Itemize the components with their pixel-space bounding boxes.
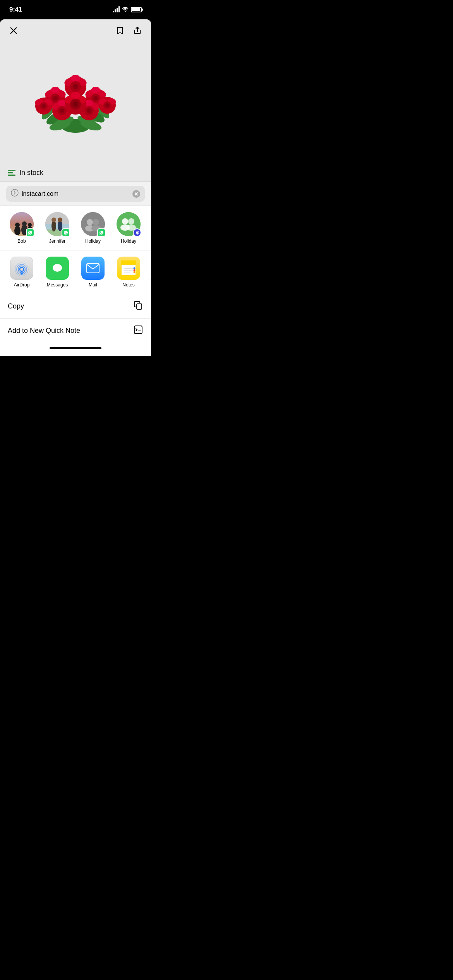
whatsapp-badge-holiday1 <box>97 228 106 237</box>
browser-view: In stock <box>0 19 151 182</box>
contact-holiday2-name: Holiday <box>121 238 136 244</box>
svg-point-90 <box>20 267 24 271</box>
whatsapp-badge-bob <box>26 228 34 237</box>
contact-bob[interactable]: Bob <box>8 212 36 244</box>
contact-holiday-1-avatar <box>81 212 105 236</box>
bookmark-button[interactable] <box>114 25 125 36</box>
contact-holiday-2-avatar <box>117 212 141 236</box>
svg-point-76 <box>51 218 56 222</box>
svg-point-16 <box>73 84 78 89</box>
contact-bob-name: Bob <box>17 238 26 244</box>
home-indicator <box>0 343 151 356</box>
url-text: instacart.com <box>22 190 129 197</box>
copy-action[interactable]: Copy <box>0 294 151 319</box>
svg-rect-111 <box>137 304 142 309</box>
svg-point-67 <box>15 223 20 227</box>
product-image <box>21 44 130 145</box>
close-button[interactable] <box>8 25 19 36</box>
in-stock-icon <box>8 170 15 176</box>
signal-icon <box>113 7 120 12</box>
compass-icon <box>11 189 19 199</box>
svg-point-80 <box>87 219 93 225</box>
copy-label: Copy <box>8 302 24 310</box>
apps-section: AirDrop Messages <box>0 250 151 294</box>
status-time: 9:41 <box>9 6 22 14</box>
mail-label: Mail <box>89 282 97 288</box>
svg-point-0 <box>125 11 126 12</box>
copy-icon <box>133 300 143 312</box>
svg-point-60 <box>11 189 18 196</box>
notes-label: Notes <box>122 282 134 288</box>
svg-point-44 <box>71 92 80 99</box>
svg-point-71 <box>28 223 32 227</box>
svg-point-26 <box>91 87 100 93</box>
mail-icon <box>81 257 105 280</box>
contact-holiday-2[interactable]: Holiday <box>115 212 142 244</box>
svg-point-69 <box>22 221 27 226</box>
airdrop-label: AirDrop <box>14 282 30 288</box>
in-stock-text: In stock <box>19 169 43 177</box>
svg-point-105 <box>134 271 136 273</box>
svg-rect-112 <box>134 326 142 334</box>
app-airdrop[interactable]: AirDrop <box>8 257 36 288</box>
svg-point-46 <box>73 101 78 107</box>
svg-point-66 <box>14 226 21 235</box>
url-bar-container: instacart.com <box>0 182 151 206</box>
wifi-icon <box>122 7 129 13</box>
svg-point-40 <box>87 108 91 113</box>
contact-holiday-1[interactable]: Holiday <box>79 212 107 244</box>
svg-point-82 <box>93 219 99 225</box>
svg-point-14 <box>71 75 80 82</box>
svg-rect-97 <box>87 264 99 273</box>
svg-point-103 <box>134 267 136 269</box>
whatsapp-badge-jennifer <box>62 228 70 237</box>
contact-holiday1-name: Holiday <box>85 238 101 244</box>
browser-toolbar <box>0 19 151 40</box>
quick-note-icon <box>133 325 143 336</box>
product-image-area <box>0 40 151 164</box>
svg-point-34 <box>60 108 64 113</box>
share-button[interactable] <box>132 25 143 36</box>
contacts-scroll: Bob <box>0 212 151 244</box>
signal-badge-holiday2 <box>133 228 141 237</box>
svg-point-95 <box>53 264 62 272</box>
home-bar <box>50 347 101 349</box>
svg-marker-61 <box>14 190 15 193</box>
svg-point-20 <box>51 87 60 93</box>
svg-rect-98 <box>121 260 136 265</box>
svg-point-28 <box>93 96 98 101</box>
quick-note-label: Add to New Quick Note <box>8 327 80 335</box>
share-sheet: instacart.com <box>0 182 151 356</box>
contact-jennifer[interactable]: Jennifer <box>43 212 71 244</box>
apps-scroll: AirDrop Messages <box>0 257 151 288</box>
svg-point-56 <box>105 103 109 107</box>
svg-point-87 <box>128 218 134 224</box>
actions-section: Copy Add to New Quick Note <box>0 294 151 343</box>
svg-point-104 <box>134 269 136 271</box>
url-bar: instacart.com <box>6 186 145 202</box>
battery-icon <box>131 7 142 12</box>
svg-point-89 <box>136 231 138 234</box>
app-messages[interactable]: Messages <box>43 257 71 288</box>
app-notes[interactable]: Notes <box>115 257 142 288</box>
url-clear-button[interactable] <box>132 190 140 198</box>
notes-icon <box>117 257 140 280</box>
contacts-section: Bob <box>0 206 151 250</box>
app-mail[interactable]: Mail <box>79 257 107 288</box>
messages-label: Messages <box>47 282 68 288</box>
contact-bob-avatar <box>10 212 34 236</box>
svg-point-75 <box>51 221 56 231</box>
in-stock-bar: In stock <box>0 164 151 182</box>
reminders-icon <box>150 257 151 280</box>
airdrop-icon <box>10 257 33 280</box>
svg-point-78 <box>58 218 62 222</box>
svg-point-85 <box>122 218 128 224</box>
app-reminders[interactable]: Re... <box>150 257 151 288</box>
svg-point-91 <box>18 266 25 273</box>
svg-marker-62 <box>14 193 15 195</box>
quick-note-action[interactable]: Add to New Quick Note <box>0 319 151 343</box>
messages-icon <box>46 257 69 280</box>
status-icons <box>113 7 142 13</box>
svg-point-22 <box>53 96 58 101</box>
svg-point-51 <box>42 104 46 108</box>
